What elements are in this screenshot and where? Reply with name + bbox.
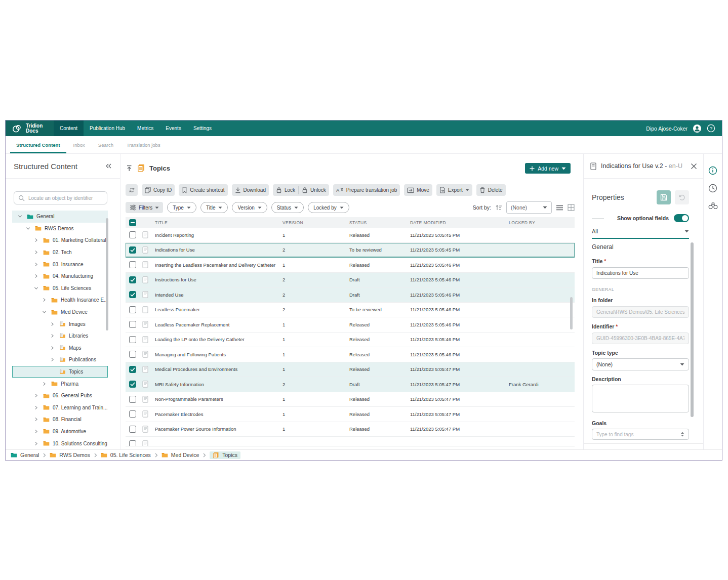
chevron-right-icon[interactable] (34, 262, 38, 267)
row-checkbox[interactable] (129, 351, 136, 358)
row-checkbox[interactable] (129, 306, 136, 313)
tree-item-10-solutions-consulting[interactable]: 10. Solutions Consulting (12, 437, 108, 449)
tree-item-libraries[interactable]: Libraries (12, 330, 108, 342)
row-checkbox[interactable] (129, 336, 136, 343)
chevron-right-icon[interactable] (50, 357, 55, 362)
tree-item-health-insurance-e[interactable]: Health Insurance E... (12, 294, 108, 306)
subnav-tab-search[interactable]: Search (92, 136, 119, 153)
row-checkbox[interactable] (129, 276, 136, 283)
filter-pill-version[interactable]: Version (232, 202, 267, 213)
lock-button[interactable]: Lock (273, 184, 298, 196)
prepare-translation-job-button[interactable]: APrepare translation job (333, 184, 400, 196)
chevron-down-icon[interactable] (18, 214, 22, 219)
filter-pill-type[interactable]: Type (167, 202, 196, 213)
breadcrumb-general[interactable]: General (11, 452, 39, 458)
chevron-right-icon[interactable] (34, 393, 38, 398)
table-scrollbar[interactable] (570, 297, 573, 329)
panel-scrollbar[interactable] (691, 242, 694, 417)
table-row-intended-use[interactable]: Intended Use2Draft11/21/2023 5:05:46 PM (126, 287, 575, 303)
goals-input[interactable]: Type to find tags (592, 429, 689, 440)
title-field-input[interactable] (592, 267, 689, 279)
tree-item-04-manufacturing[interactable]: 04. Manufacturing (12, 270, 108, 282)
breadcrumb-rws-demos[interactable]: RWS Demos (50, 452, 90, 458)
undo-button[interactable] (675, 190, 689, 204)
history-icon[interactable] (708, 184, 717, 193)
tree-item-02-tech[interactable]: 02. Tech (12, 246, 108, 259)
subnav-tab-translation-jobs[interactable]: Translation jobs (120, 136, 167, 153)
chevron-right-icon[interactable] (34, 429, 38, 434)
tree-item-images[interactable]: Images (12, 318, 108, 330)
tree-item-09-automotive[interactable]: 09. Automotive (12, 426, 108, 438)
filter-pill-locked-by[interactable]: Locked by (308, 202, 349, 213)
row-checkbox[interactable] (129, 261, 136, 268)
table-row-mri-safety-information[interactable]: MRI Safety Information2Draft11/21/2023 5… (126, 377, 575, 392)
chevron-right-icon[interactable] (42, 298, 47, 302)
topic-type-select[interactable]: (None) (592, 358, 689, 370)
tree-item-med-device[interactable]: Med Device (12, 306, 108, 318)
table-row-pacemaker-power-source-information[interactable]: Pacemaker Power Source Information1Relea… (126, 422, 575, 437)
move-button[interactable]: Move (404, 184, 432, 196)
row-checkbox[interactable] (129, 246, 136, 254)
list-view-icon[interactable] (556, 204, 563, 211)
subnav-tab-inbox[interactable]: Inbox (67, 136, 91, 153)
go-up-level-icon[interactable] (126, 164, 133, 172)
tree-item-topics[interactable]: Topics (12, 366, 108, 378)
tree-item-08-financial[interactable]: 08. Financial (12, 413, 108, 426)
filter-pill-title[interactable]: Title (200, 202, 228, 213)
info-icon[interactable] (708, 166, 717, 175)
row-checkbox[interactable] (129, 381, 136, 388)
add-new-button[interactable]: Add new (525, 163, 571, 174)
description-textarea[interactable] (592, 385, 689, 412)
table-row-partial[interactable] (126, 437, 575, 446)
row-checkbox[interactable] (129, 366, 136, 373)
grid-view-icon[interactable] (568, 204, 575, 211)
save-button[interactable] (657, 190, 671, 204)
table-row-inserting-the-leadless-pacemaker-and-delivery-catheter[interactable]: Inserting the Leadless Pacemaker and Del… (126, 258, 575, 273)
breadcrumb-05-life-sciences[interactable]: 05. Life Sciences (101, 452, 151, 458)
tree-item-03-insurance[interactable]: 03. Insurance (12, 258, 108, 270)
chevron-right-icon[interactable] (50, 322, 55, 326)
tree-item-publications[interactable]: Publications (12, 354, 108, 366)
select-all-checkbox[interactable] (129, 219, 136, 226)
delete-button[interactable]: Delete (476, 184, 506, 196)
chevron-down-icon[interactable] (34, 286, 38, 291)
download-button[interactable]: Download (232, 184, 269, 196)
tree-item-05-life-sciences[interactable]: 05. Life Sciences (12, 282, 108, 295)
row-checkbox[interactable] (129, 291, 136, 298)
refresh-button[interactable] (126, 184, 138, 196)
tree-item-general[interactable]: General (12, 211, 108, 223)
chevron-down-icon[interactable] (42, 310, 47, 314)
create-shortcut-button[interactable]: Create shortcut (179, 184, 227, 196)
row-checkbox[interactable] (129, 410, 136, 418)
field-filter-select[interactable]: All (592, 228, 689, 239)
export-button[interactable]: Export (436, 184, 472, 196)
row-checkbox[interactable] (129, 231, 136, 238)
table-row-indications-for-use[interactable]: Indications for Use2To be reviewed11/21/… (126, 243, 575, 258)
copy-id-button[interactable]: Copy ID (142, 184, 175, 196)
sidebar-scrollbar[interactable] (106, 218, 108, 330)
table-row-leadless-pacemaker[interactable]: Leadless Pacemaker2To be reviewed11/21/2… (126, 303, 575, 318)
collapse-sidebar-icon[interactable] (105, 163, 112, 169)
chevron-right-icon[interactable] (34, 238, 38, 242)
nav-tab-events[interactable]: Events (159, 120, 187, 136)
nav-tab-settings[interactable]: Settings (187, 120, 218, 136)
table-row-leadless-pacemaker-replacement[interactable]: Leadless Pacemaker Replacement1Released1… (126, 317, 575, 333)
help-icon[interactable]: ? (707, 124, 715, 133)
chevron-right-icon[interactable] (34, 417, 38, 422)
table-row-medical-procedures-and-environments[interactable]: Medical Procedures and Environments1Rele… (126, 362, 575, 378)
close-icon[interactable] (691, 163, 697, 170)
binoculars-icon[interactable] (708, 201, 718, 210)
sort-by-select[interactable]: (None) (506, 201, 552, 214)
tree-item-maps[interactable]: Maps (12, 342, 108, 354)
app-logo[interactable]: TridionDocs (6, 120, 54, 136)
chevron-right-icon[interactable] (50, 334, 55, 338)
row-checkbox[interactable] (129, 440, 136, 446)
table-row-non-programmable-parameters[interactable]: Non-Programmable Parameters1Released11/2… (126, 392, 575, 407)
nav-tab-metrics[interactable]: Metrics (131, 120, 159, 136)
tree-item-06-general-pubs[interactable]: 06. General Pubs (12, 390, 108, 402)
chevron-down-icon[interactable] (26, 226, 30, 231)
row-checkbox[interactable] (129, 426, 136, 433)
row-checkbox[interactable] (129, 321, 136, 328)
table-row-pacemaker-electrodes[interactable]: Pacemaker Electrodes1Released11/21/2023 … (126, 407, 575, 422)
chevron-right-icon[interactable] (34, 274, 38, 278)
